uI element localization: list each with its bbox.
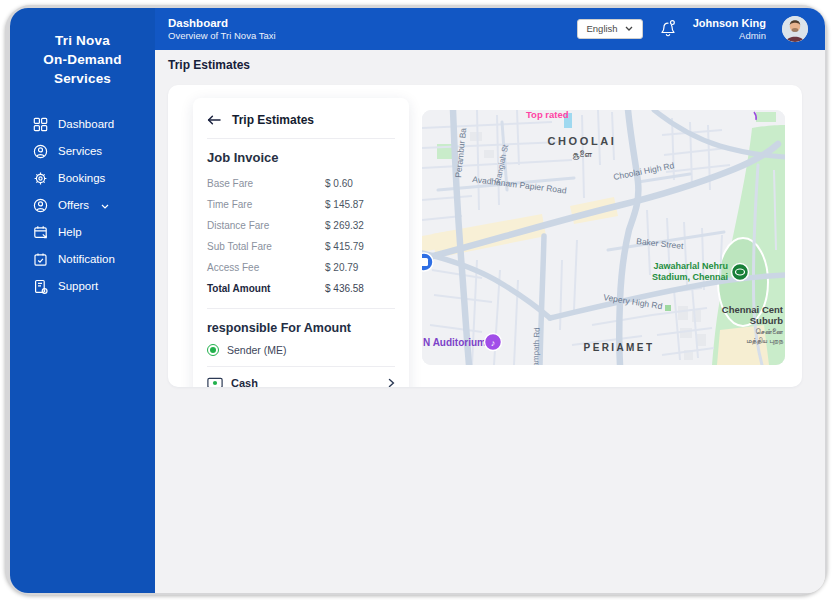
header-title: Dashboard [168, 16, 276, 30]
language-selector[interactable]: English [577, 19, 643, 39]
avatar[interactable] [782, 16, 808, 42]
brand-title: Tri Nova On-Demand Services [10, 8, 155, 107]
map-label-chennai-central-line2: Suburb [750, 315, 783, 326]
map-label-auditorium: N Auditorium [423, 337, 486, 348]
app-window: Tri Nova On-Demand Services Dashboard Se… [10, 8, 825, 593]
payer-option-sender[interactable]: Sender (ME) [207, 344, 395, 366]
map-label-chennai-central-tamil1: சென்னை [755, 327, 784, 336]
user-circle-icon [33, 198, 48, 213]
map-park-small [756, 112, 776, 122]
invoice-total-value: $ 436.58 [325, 283, 364, 294]
trip-estimates-card: Trip Estimates Job Invoice Base Fare$ 0.… [168, 85, 802, 387]
top-bar: Dashboard Overview of Tri Nova Taxi Engl… [155, 8, 825, 50]
cash-icon [207, 377, 223, 387]
dashboard-grid-icon [33, 117, 48, 132]
sidebar-item-support[interactable]: Support [33, 273, 155, 300]
header-titles: Dashboard Overview of Tri Nova Taxi [168, 16, 276, 42]
map-label-chennai-central-tamil2: மத்திய புறந [746, 336, 783, 345]
map-label-top-rated: Top rated [526, 110, 569, 120]
gear-icon [33, 171, 48, 186]
back-button[interactable] [207, 115, 221, 125]
chevron-down-icon [101, 204, 109, 209]
page-title: Trip Estimates [168, 58, 250, 72]
sidebar-item-label: Notification [58, 253, 115, 265]
chevron-right-icon [388, 378, 395, 387]
responsible-heading: responsible For Amount [207, 321, 395, 335]
invoice-label: Time Fare [207, 199, 325, 210]
user-meta: Johnson King Admin [693, 16, 766, 43]
sidebar-item-notification[interactable]: Notification [33, 246, 155, 273]
invoice-row: Access Fee$ 20.79 [207, 257, 395, 278]
map-label-stadium-line1: Jawaharlal Nehru [653, 261, 728, 271]
sidebar-item-label: Services [58, 145, 102, 157]
payer-option-label: Sender (ME) [227, 344, 287, 356]
screenshot: Tri Nova On-Demand Services Dashboard Se… [0, 0, 832, 600]
sidebar-item-offers[interactable]: Offers [33, 192, 155, 219]
panel-title: Trip Estimates [232, 113, 314, 127]
calendar-check-icon [33, 252, 48, 267]
invoice-total-row: Total Amount$ 436.58 [207, 278, 395, 299]
map[interactable]: Top rated Perambur Ba Rangiah St CHOOLAI… [422, 110, 785, 365]
content-area: Trip Estimates Trip Estimates Job Invoic [155, 50, 825, 593]
sidebar-item-label: Support [58, 280, 98, 292]
support-book-icon [33, 279, 48, 294]
sidebar-item-bookings[interactable]: Bookings [33, 165, 155, 192]
map-label-choolai: CHOOLAI [548, 135, 617, 147]
sidebar-nav: Dashboard Services Bookings Offers [10, 107, 155, 300]
calendar-pen-icon [33, 225, 48, 240]
arrow-left-icon [207, 115, 221, 125]
invoice-value: $ 145.87 [325, 199, 364, 210]
invoice-row: Sub Total Fare$ 415.79 [207, 236, 395, 257]
map-label-periamet: PERIAMET [584, 342, 655, 353]
user-role: Admin [693, 30, 766, 42]
sidebar-item-label: Dashboard [58, 118, 114, 130]
sidebar-item-dashboard[interactable]: Dashboard [33, 111, 155, 138]
sidebar-item-services[interactable]: Services [33, 138, 155, 165]
sidebar-item-help[interactable]: Help [33, 219, 155, 246]
invoice-row: Distance Fare$ 269.32 [207, 215, 395, 236]
transit-marker-icon[interactable] [422, 253, 433, 271]
invoice-label: Distance Fare [207, 220, 325, 231]
map-park-dot [665, 305, 671, 311]
invoice-row: Base Fare$ 0.60 [207, 173, 395, 194]
notification-bell-icon[interactable] [659, 19, 677, 38]
invoice-value: $ 415.79 [325, 241, 364, 252]
payment-method-row[interactable]: Cash [193, 367, 409, 387]
sidebar: Tri Nova On-Demand Services Dashboard Se… [10, 8, 155, 593]
sidebar-item-label: Bookings [58, 172, 105, 184]
payment-method-label: Cash [231, 377, 258, 387]
language-value: English [587, 23, 618, 34]
user-circle-icon [33, 144, 48, 159]
invoice-label: Access Fee [207, 262, 325, 273]
sidebar-item-label: Offers [58, 199, 89, 211]
stadium-marker-icon[interactable] [732, 264, 749, 281]
music-venue-marker-icon[interactable]: ♪ [485, 334, 502, 351]
invoice-value: $ 0.60 [325, 178, 353, 189]
invoice-row: Time Fare$ 145.87 [207, 194, 395, 215]
invoice-heading: Job Invoice [207, 150, 395, 165]
map-label-sampath-rd: Sampath Rd [531, 327, 542, 365]
invoice-label: Sub Total Fare [207, 241, 325, 252]
main-area: Dashboard Overview of Tri Nova Taxi Engl… [155, 8, 825, 593]
svg-text:♪: ♪ [491, 338, 496, 348]
invoice-label: Base Fare [207, 178, 325, 189]
user-name: Johnson King [693, 16, 766, 30]
chevron-down-icon [625, 26, 633, 31]
header-subtitle: Overview of Tri Nova Taxi [168, 30, 276, 42]
map-label-chennai-central-line1: Chennai Cent [722, 304, 784, 315]
trip-estimates-panel: Trip Estimates Job Invoice Base Fare$ 0.… [193, 98, 409, 387]
invoice-value: $ 20.79 [325, 262, 358, 273]
sidebar-item-label: Help [58, 226, 82, 238]
map-label-choolai-tamil: சூளை [572, 149, 592, 160]
invoice-value: $ 269.32 [325, 220, 364, 231]
map-label-stadium-line2: Stadium, Chennai [652, 272, 728, 282]
radio-selected-icon [207, 344, 219, 356]
invoice-total-label: Total Amount [207, 283, 325, 294]
